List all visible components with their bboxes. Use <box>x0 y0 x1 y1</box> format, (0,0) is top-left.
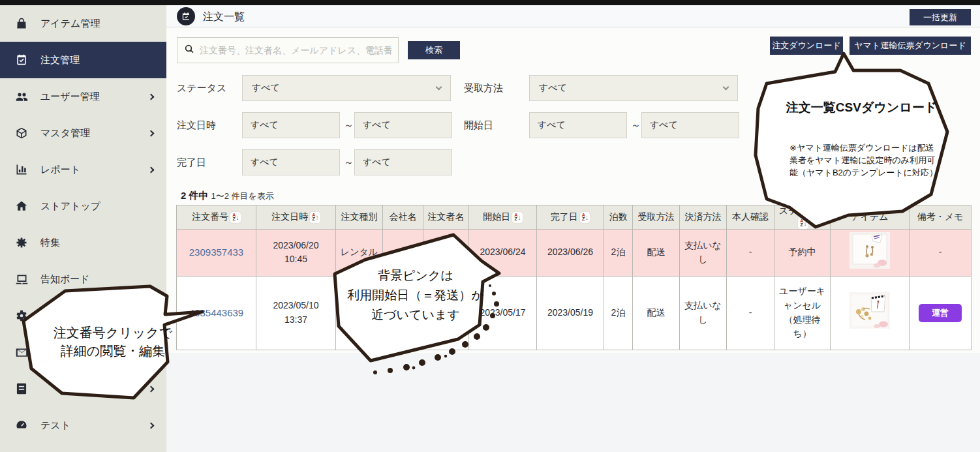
payment-cell: 支払いなし <box>680 229 727 276</box>
column-header-order-no[interactable]: 注文番号AZ↓ <box>177 205 256 230</box>
table-header-row: 注文番号AZ↓ 注文日時AZ↑ 注文種別 会社名 注文者名 開始日AZ↓ 完了日… <box>177 205 972 230</box>
start-date-to-input[interactable] <box>641 112 739 138</box>
laptop-icon <box>14 272 29 286</box>
column-header-status[interactable]: ステータスAZ↓ <box>774 205 831 230</box>
sort-icon[interactable]: AZ↑ <box>310 212 320 223</box>
status-cell: 予約中 <box>774 229 831 276</box>
sidebar-item-master-management[interactable]: マスタ管理 <box>0 115 166 151</box>
nights-cell: 2泊 <box>604 229 633 276</box>
search-input[interactable] <box>200 45 391 55</box>
sidebar-item-store-top[interactable]: ストアトップ <box>0 188 166 224</box>
page-title: 注文一覧 <box>203 10 245 24</box>
order-datetime-to-input[interactable] <box>354 112 452 138</box>
receive-method-select[interactable]: すべて <box>529 75 738 101</box>
yamato-slip-download-button[interactable]: ヤマト運輸伝票ダウンロード <box>850 37 971 55</box>
sidebar-item-user-management[interactable]: ユーザー管理 <box>0 78 166 115</box>
sidebar-item-label: 注文管理 <box>40 54 80 67</box>
top-black-bar <box>0 0 980 5</box>
order-datetime-from-input[interactable] <box>242 112 340 138</box>
identity-cell: - <box>727 229 774 276</box>
column-header-order-type: 注文種別 <box>336 205 383 230</box>
below-table-area <box>166 353 980 452</box>
sidebar-item-settings[interactable] <box>0 297 166 334</box>
range-separator: ～ <box>631 119 641 132</box>
sidebar-item-feature[interactable]: 特集 <box>0 224 166 261</box>
order-number-link[interactable]: 4635443639 <box>189 307 243 318</box>
column-header-receive-method: 受取方法 <box>633 205 680 230</box>
sort-icon[interactable]: AZ↓ <box>580 212 590 223</box>
order-type-cell <box>336 276 383 350</box>
sidebar-item-item-management[interactable]: アイテム管理 <box>0 5 166 42</box>
end-date-from-input[interactable] <box>242 149 340 175</box>
main-content: 注文一覧 一括更新 検索 注文ダウンロード ヤマト運輸伝票ダウンロード ステータ… <box>166 5 980 452</box>
end-date-to-input[interactable] <box>354 149 452 175</box>
column-header-start-date[interactable]: 開始日AZ↓ <box>469 205 537 230</box>
search-box <box>177 37 399 63</box>
end-date-cell: 2023/05/19 <box>537 276 604 350</box>
sidebar-item-mail[interactable] <box>0 334 166 370</box>
order-datetime-filter-label: 注文日時 <box>177 119 216 132</box>
sidebar-item-label: 特集 <box>40 237 60 249</box>
gear-icon <box>14 309 29 323</box>
column-header-item: アイテム <box>831 205 910 230</box>
sort-icon[interactable]: AZ↓ <box>230 212 241 223</box>
burst-icon <box>14 235 29 250</box>
company-cell <box>383 276 423 350</box>
chevron-right-icon <box>148 422 155 429</box>
order-download-button[interactable]: 注文ダウンロード <box>770 37 843 55</box>
table-row: 4635443639 2023/05/1013:37 2023/05/17 20… <box>177 276 972 350</box>
users-icon <box>14 89 29 104</box>
column-header-end-date[interactable]: 完了日AZ↓ <box>537 205 604 230</box>
item-cell <box>831 229 910 276</box>
start-date-cell: 2023/06/24 <box>469 229 537 276</box>
bulk-update-button[interactable]: 一括更新 <box>910 9 971 25</box>
sort-icon[interactable]: AZ↓ <box>512 212 523 223</box>
receive-method-filter-label: 受取方法 <box>464 82 503 95</box>
column-header-nights: 泊数 <box>604 205 633 230</box>
orders-table: 注文番号AZ↓ 注文日時AZ↑ 注文種別 会社名 注文者名 開始日AZ↓ 完了日… <box>176 205 972 350</box>
chevron-right-icon <box>148 385 155 392</box>
start-date-cell: 2023/05/17 <box>469 276 537 350</box>
search-icon <box>184 44 194 57</box>
column-header-customer: 注文者名 <box>423 205 469 230</box>
sort-icon[interactable]: AZ↓ <box>798 218 808 229</box>
chevron-down-icon <box>436 83 442 90</box>
search-button[interactable]: 検索 <box>408 41 460 59</box>
sidebar-item-label: ユーザー管理 <box>40 91 100 103</box>
sidebar-item-label: 告知ボード <box>40 273 90 286</box>
receive-cell: 配送 <box>633 229 680 276</box>
bar-chart-icon <box>14 162 29 177</box>
sidebar-item-label: ストアトップ <box>40 200 100 213</box>
admin-badge: 運営 <box>919 304 962 322</box>
sidebar-item-report[interactable]: レポート <box>0 151 166 188</box>
column-header-order-datetime[interactable]: 注文日時AZ↑ <box>256 205 336 230</box>
end-date-filter-label: 完了日 <box>177 157 206 169</box>
sidebar-item-order-management[interactable]: 注文管理 <box>0 42 166 78</box>
item-thumbnail <box>850 292 890 333</box>
chevron-right-icon <box>148 130 155 136</box>
sidebar-item-notice-board[interactable]: 告知ボード <box>0 261 166 297</box>
sidebar-item-test[interactable]: テスト <box>0 407 166 444</box>
end-date-cell: 2023/06/26 <box>537 229 604 276</box>
bag-icon <box>14 16 29 31</box>
start-date-from-input[interactable] <box>529 112 627 138</box>
home-icon <box>14 199 29 213</box>
cube-icon <box>14 126 29 140</box>
sidebar-item-label: テスト <box>40 419 70 432</box>
status-select[interactable]: すべて <box>242 75 451 101</box>
payment-cell: 支払いなし <box>680 276 727 350</box>
gauge-icon <box>14 418 29 432</box>
book-icon <box>14 382 29 396</box>
chevron-right-icon <box>148 93 155 100</box>
order-list-icon <box>177 7 195 25</box>
sidebar-item-manual[interactable] <box>0 370 166 407</box>
table-row: 2309357433 2023/06/2010:45 レンタル 2023/06/… <box>177 229 972 276</box>
chevron-down-icon <box>723 83 729 90</box>
item-thumbnail <box>850 232 890 273</box>
order-number-link[interactable]: 2309357433 <box>189 247 243 258</box>
column-header-memo: 備考・メモ <box>910 205 972 230</box>
column-header-identity-check: 本人確認 <box>727 205 774 230</box>
calendar-check-icon <box>14 53 29 67</box>
sidebar-item-label: マスタ管理 <box>40 127 90 140</box>
company-cell <box>383 229 423 276</box>
